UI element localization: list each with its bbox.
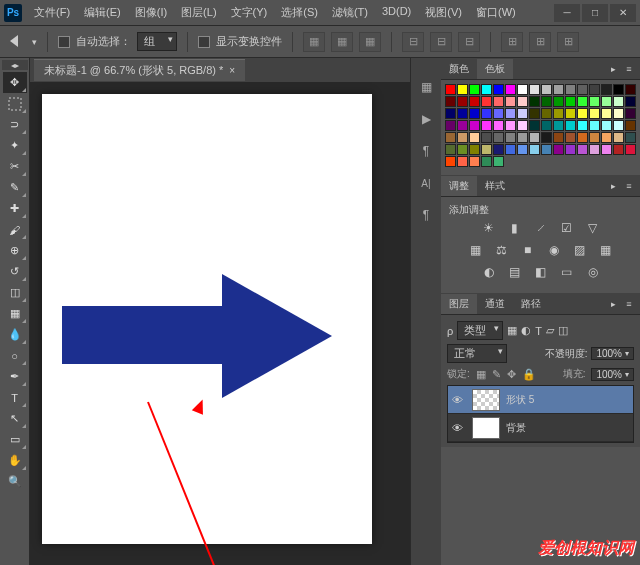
brush-tool[interactable]: 🖌 — [3, 219, 27, 240]
collapse-tools[interactable]: ◂▸ — [2, 60, 28, 70]
swatch[interactable] — [481, 156, 492, 167]
hue-icon[interactable]: ▦ — [467, 243, 485, 257]
filter-type-icon[interactable]: T — [535, 325, 542, 337]
layer-name[interactable]: 形状 5 — [506, 393, 534, 407]
zoom-tool[interactable]: 🔍 — [3, 471, 27, 492]
swatch[interactable] — [577, 144, 588, 155]
visibility-icon[interactable]: 👁 — [452, 394, 466, 406]
swatch[interactable] — [457, 108, 468, 119]
styles-tab[interactable]: 样式 — [477, 176, 513, 196]
paragraph-icon[interactable]: ¶ — [416, 142, 436, 160]
menu-layer[interactable]: 图层(L) — [175, 3, 222, 22]
menu-view[interactable]: 视图(V) — [419, 3, 468, 22]
levels-icon[interactable]: ▮ — [506, 221, 524, 235]
swatch[interactable] — [577, 108, 588, 119]
swatches-tab[interactable]: 色板 — [477, 59, 513, 79]
swatch[interactable] — [553, 96, 564, 107]
align-button[interactable]: ⊟ — [402, 32, 424, 52]
shape-tool[interactable]: ▭ — [3, 429, 27, 450]
swatch[interactable] — [625, 132, 636, 143]
swatch[interactable] — [517, 96, 528, 107]
swatch[interactable] — [505, 132, 516, 143]
swatch[interactable] — [529, 144, 540, 155]
swatch[interactable] — [481, 84, 492, 95]
swatch[interactable] — [529, 120, 540, 131]
swatch[interactable] — [445, 96, 456, 107]
crop-tool[interactable]: ✂ — [3, 156, 27, 177]
swatch[interactable] — [613, 132, 624, 143]
swatch[interactable] — [481, 120, 492, 131]
swatch[interactable] — [613, 96, 624, 107]
swatch[interactable] — [517, 120, 528, 131]
close-tab-icon[interactable]: × — [229, 65, 235, 76]
filter-pixel-icon[interactable]: ▦ — [507, 324, 517, 337]
swatch[interactable] — [505, 108, 516, 119]
move-tool[interactable]: ✥ — [3, 72, 27, 93]
maximize-button[interactable]: □ — [582, 4, 608, 22]
paths-tab[interactable]: 路径 — [513, 294, 549, 314]
swatch[interactable] — [469, 84, 480, 95]
swatch[interactable] — [553, 84, 564, 95]
layer-thumbnail[interactable] — [472, 389, 500, 411]
swatch[interactable] — [565, 120, 576, 131]
swatch[interactable] — [613, 120, 624, 131]
balance-icon[interactable]: ⚖ — [493, 243, 511, 257]
fill-value[interactable]: 100% — [591, 368, 634, 381]
swatch[interactable] — [601, 96, 612, 107]
gradient-map-icon[interactable]: ▭ — [558, 265, 576, 279]
eraser-tool[interactable]: ◫ — [3, 282, 27, 303]
lasso-tool[interactable]: ⊃ — [3, 114, 27, 135]
minimize-button[interactable]: ─ — [554, 4, 580, 22]
swatch[interactable] — [481, 144, 492, 155]
swatches-icon[interactable]: ▦ — [416, 78, 436, 96]
swatch[interactable] — [493, 156, 504, 167]
play-icon[interactable]: ▶ — [416, 110, 436, 128]
menu-type[interactable]: 文字(Y) — [225, 3, 274, 22]
collapse-icon[interactable]: ▸ — [606, 179, 620, 193]
healing-tool[interactable]: ✚ — [3, 198, 27, 219]
swatch[interactable] — [541, 96, 552, 107]
auto-select-checkbox[interactable] — [58, 36, 70, 48]
stamp-tool[interactable]: ⊕ — [3, 240, 27, 261]
lookup-icon[interactable]: ▦ — [597, 243, 615, 257]
eyedropper-tool[interactable]: ✎ — [3, 177, 27, 198]
swatch[interactable] — [589, 108, 600, 119]
swatch[interactable] — [445, 108, 456, 119]
opacity-value[interactable]: 100% — [591, 347, 634, 360]
swatch[interactable] — [505, 120, 516, 131]
menu-3d[interactable]: 3D(D) — [376, 3, 417, 22]
swatch[interactable] — [517, 144, 528, 155]
swatch[interactable] — [577, 96, 588, 107]
swatch[interactable] — [493, 84, 504, 95]
swatch[interactable] — [529, 96, 540, 107]
panel-menu-icon[interactable]: ≡ — [622, 297, 636, 311]
collapse-icon[interactable]: ▸ — [606, 62, 620, 76]
swatch[interactable] — [457, 132, 468, 143]
swatch[interactable] — [541, 132, 552, 143]
align-button[interactable]: ▦ — [303, 32, 325, 52]
swatch[interactable] — [613, 84, 624, 95]
posterize-icon[interactable]: ▤ — [506, 265, 524, 279]
swatch[interactable] — [469, 156, 480, 167]
color-tab[interactable]: 颜色 — [441, 59, 477, 79]
swatch[interactable] — [529, 84, 540, 95]
swatch[interactable] — [493, 144, 504, 155]
panel-menu-icon[interactable]: ≡ — [622, 179, 636, 193]
swatch[interactable] — [601, 84, 612, 95]
swatch[interactable] — [541, 108, 552, 119]
swatch[interactable] — [625, 144, 636, 155]
selective-icon[interactable]: ◎ — [584, 265, 602, 279]
layers-tab[interactable]: 图层 — [441, 294, 477, 314]
swatch[interactable] — [625, 96, 636, 107]
swatch[interactable] — [505, 144, 516, 155]
canvas[interactable] — [42, 94, 372, 544]
threshold-icon[interactable]: ◧ — [532, 265, 550, 279]
swatch[interactable] — [457, 96, 468, 107]
swatch[interactable] — [625, 84, 636, 95]
filter-icon[interactable]: ρ — [447, 325, 453, 337]
swatch[interactable] — [505, 84, 516, 95]
pen-tool[interactable]: ✒ — [3, 366, 27, 387]
swatch[interactable] — [541, 144, 552, 155]
swatch[interactable] — [625, 108, 636, 119]
bw-icon[interactable]: ■ — [519, 243, 537, 257]
